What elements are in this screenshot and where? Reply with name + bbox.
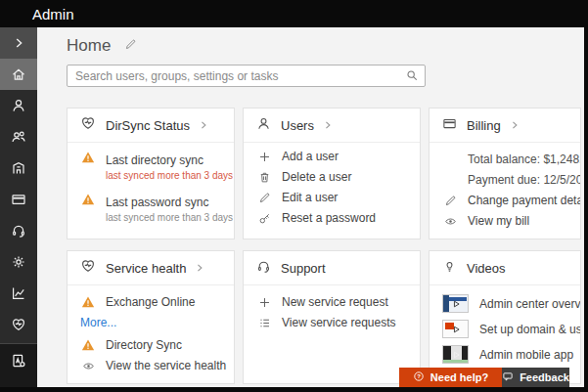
more-link[interactable]: More...	[80, 316, 221, 329]
heart-pulse-icon	[80, 258, 96, 278]
resources-icon	[11, 160, 26, 176]
change-payment-action[interactable]: Change payment details	[442, 194, 567, 207]
video-admin-mobile-app[interactable]: Admin mobile app	[442, 345, 567, 364]
sync-status-label: Last password sync	[106, 196, 208, 209]
service-issue-row[interactable]: Exchange Online	[80, 295, 221, 309]
eye-icon	[442, 215, 458, 228]
card-billing-header[interactable]: Billing	[430, 109, 580, 143]
card-title: Support	[281, 261, 326, 276]
home-icon	[11, 66, 26, 82]
billing-card-icon	[11, 192, 26, 207]
reset-password-action[interactable]: Reset a password	[256, 211, 407, 225]
warning-icon	[80, 151, 96, 164]
billing-card-icon	[442, 116, 457, 135]
sidebar-item-resources[interactable]	[0, 152, 37, 184]
sidebar-item-billing[interactable]	[0, 184, 37, 215]
sidebar-item-health[interactable]	[0, 309, 37, 340]
search-input[interactable]	[67, 65, 426, 87]
video-thumbnail	[442, 320, 469, 338]
sync-status-detail: last synced more than 3 days ago	[106, 170, 235, 181]
card-users-header[interactable]: Users	[244, 109, 420, 143]
card-support-header[interactable]: Support	[244, 251, 420, 285]
service-issue-row[interactable]: Directory Sync	[80, 338, 221, 352]
dashboard-cards: DirSync Status Last directory sync last …	[67, 108, 581, 384]
pencil-icon	[442, 195, 458, 207]
search-icon	[405, 68, 419, 86]
chevron-right-icon	[510, 116, 520, 134]
payment-due-value: Payment due: 12/5/2016	[468, 173, 567, 187]
chevron-right-icon	[12, 36, 25, 50]
sidebar-item-admin-centers[interactable]	[0, 344, 37, 377]
need-help-button[interactable]: ? Need help?	[399, 368, 502, 387]
view-service-requests-action[interactable]: View service requests	[256, 316, 407, 329]
card-dirsync-status: DirSync Status Last directory sync last …	[67, 108, 235, 240]
view-service-health-action[interactable]: View the service health	[80, 359, 221, 372]
feedback-label: Feedback	[520, 371, 569, 383]
add-user-action[interactable]: Add a user	[256, 150, 407, 163]
speech-bubble-icon	[502, 370, 514, 384]
admin-center-window: Admin	[0, 0, 588, 392]
pencil-icon	[256, 192, 272, 204]
card-videos-header[interactable]: Videos	[430, 251, 580, 285]
admin-centers-icon	[11, 353, 26, 369]
sync-status-label: Last directory sync	[106, 153, 204, 167]
app-title: Admin	[32, 6, 74, 22]
sidebar	[0, 27, 37, 387]
window-right-edge	[584, 0, 588, 392]
chevron-right-icon	[323, 116, 333, 134]
sidebar-bottom-section	[0, 343, 37, 387]
card-title: Billing	[467, 118, 501, 133]
edit-user-action[interactable]: Edit a user	[256, 191, 407, 204]
gear-icon	[11, 254, 26, 270]
page-header: Home	[67, 36, 137, 56]
video-thumbnail	[442, 294, 469, 313]
video-thumbnail	[442, 345, 469, 364]
feedback-button[interactable]: Feedback	[502, 368, 569, 387]
video-admin-center-overview[interactable]: Admin center overview	[442, 294, 567, 313]
delete-user-action[interactable]: Delete a user	[256, 170, 407, 184]
groups-icon	[11, 129, 26, 145]
question-circle-icon: ?	[413, 370, 425, 384]
need-help-label: Need help?	[430, 371, 488, 383]
sidebar-item-settings[interactable]	[0, 246, 37, 278]
numbered-list-icon	[256, 317, 272, 329]
sidebar-item-reports[interactable]	[0, 278, 37, 309]
warning-icon	[80, 338, 96, 352]
trash-icon	[256, 171, 272, 184]
user-icon	[11, 98, 26, 113]
sidebar-item-groups[interactable]	[0, 121, 37, 152]
warning-icon	[80, 295, 96, 309]
sidebar-item-home[interactable]	[0, 59, 37, 90]
search-container	[67, 65, 426, 87]
new-service-request-action[interactable]: New service request	[256, 295, 407, 309]
headset-icon	[11, 223, 26, 239]
chart-icon	[11, 285, 26, 301]
sidebar-item-users[interactable]	[0, 90, 37, 121]
total-balance-value: Total balance: $1,248.30	[468, 152, 567, 166]
sidebar-expand-button[interactable]	[0, 27, 37, 59]
plus-icon	[256, 151, 272, 163]
card-title: Service health	[106, 261, 186, 276]
play-icon	[451, 346, 461, 364]
user-icon	[256, 116, 271, 135]
pencil-icon[interactable]	[124, 37, 137, 55]
headset-icon	[256, 259, 271, 278]
sidebar-item-support[interactable]	[0, 215, 37, 246]
topbar: Admin	[0, 0, 588, 27]
page-title: Home	[67, 36, 111, 56]
card-users: Users Add a user	[243, 108, 421, 240]
card-service-health-header[interactable]: Service health	[68, 251, 234, 285]
plus-icon	[256, 296, 272, 309]
warning-icon	[80, 193, 96, 206]
video-setup-domain-users[interactable]: Set up domain & users	[442, 320, 567, 338]
key-icon	[256, 212, 272, 225]
card-billing: Billing Total balance: $1,248.30 Payment…	[429, 108, 581, 240]
dirsync-directory-row[interactable]: Last directory sync last synced more tha…	[80, 151, 221, 181]
card-dirsync-header[interactable]: DirSync Status	[68, 109, 234, 143]
dirsync-password-row[interactable]: Last password sync last synced more than…	[80, 193, 221, 223]
lightbulb-icon	[442, 259, 457, 278]
card-videos: Videos Admin center overview	[429, 250, 581, 384]
view-bill-action[interactable]: View my bill	[442, 214, 567, 228]
heart-pulse-icon	[80, 115, 96, 135]
play-icon	[451, 321, 461, 338]
